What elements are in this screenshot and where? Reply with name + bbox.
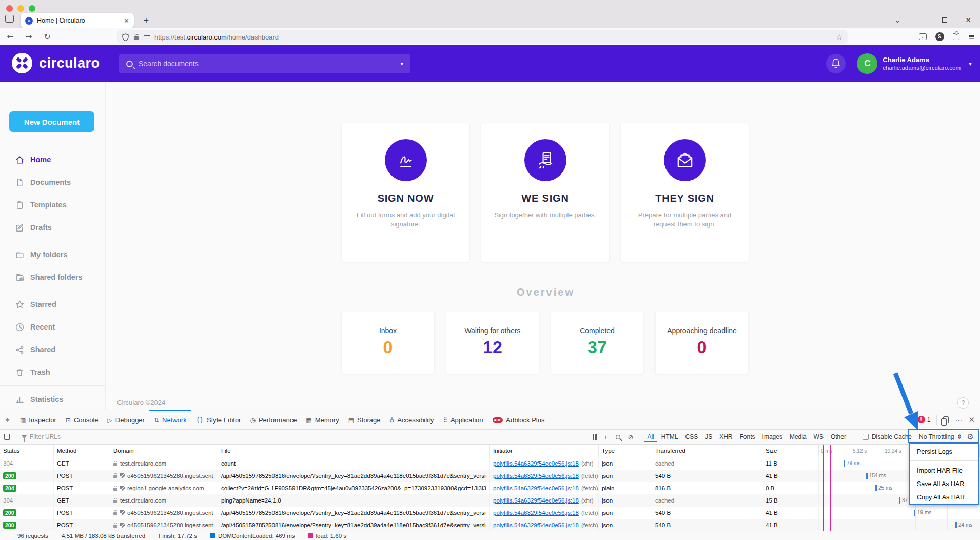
request-count[interactable]: 96 requests: [17, 533, 48, 539]
request-row[interactable]: 204POSTregion1.google-analytics.comcolle…: [0, 482, 980, 494]
initiator-link[interactable]: polyfills.54a6329f54ec0e56.js:18: [493, 457, 579, 470]
column-header-domain[interactable]: Domain: [110, 445, 218, 457]
close-window-icon[interactable]: ✕: [956, 16, 980, 24]
sidebar-item-recent[interactable]: Recent: [0, 316, 106, 338]
stat-card-inbox[interactable]: Inbox0: [342, 312, 434, 374]
extension-card-icon[interactable]: ⌄: [919, 33, 927, 40]
minimize-traffic-light[interactable]: [17, 5, 24, 12]
macos-window-controls[interactable]: [6, 5, 35, 12]
search-input[interactable]: [139, 60, 354, 68]
sidebar-item-documents[interactable]: Documents: [0, 171, 106, 194]
zoom-traffic-light[interactable]: [29, 5, 35, 12]
filter-pill-xhr[interactable]: XHR: [717, 432, 735, 442]
user-menu[interactable]: C Charlie Adams charlie.adams@circularo.…: [857, 53, 972, 74]
reload-icon[interactable]: ↻: [40, 28, 54, 45]
column-header-method[interactable]: Method: [54, 445, 110, 457]
restore-icon[interactable]: [933, 16, 956, 24]
clear-requests-icon[interactable]: [4, 434, 10, 440]
devtools-tab-adblock-plus[interactable]: ABPAdblock Plus: [488, 410, 550, 429]
sidebar-item-shared[interactable]: Shared: [0, 338, 106, 361]
new-tab-button[interactable]: +: [140, 14, 153, 27]
request-row[interactable]: 304GETtest.circularo.comcountpolyfills.5…: [0, 457, 980, 470]
request-row[interactable]: 200POSTo4505159621345280.ingest.sent…/ap…: [0, 519, 980, 531]
filter-pill-fonts[interactable]: Fonts: [737, 432, 758, 442]
help-button[interactable]: ?: [957, 397, 969, 409]
devtools-menu-icon[interactable]: ⋯: [955, 416, 962, 424]
filter-pill-all[interactable]: All: [644, 432, 656, 442]
stat-card-waiting-for-others[interactable]: Waiting for others12: [446, 312, 539, 374]
sidebar-item-statistics[interactable]: Statistics: [0, 388, 106, 410]
devtools-tab-accessibility[interactable]: ♁Accessibility: [385, 410, 439, 429]
search-requests-icon[interactable]: [616, 435, 620, 439]
stat-card-completed[interactable]: Completed37: [551, 312, 643, 374]
column-header-file[interactable]: File: [218, 445, 490, 457]
menu-item-import-har-file[interactable]: Import HAR File: [910, 464, 978, 477]
search-options-chevron-icon[interactable]: ▾: [394, 54, 403, 73]
add-request-icon[interactable]: +: [604, 433, 608, 441]
disable-cache-label[interactable]: Disable Cache: [872, 433, 912, 440]
browser-tab[interactable]: ✕ Home | Circularo ✕: [21, 13, 134, 28]
request-row[interactable]: 200POSTo4505159621345280.ingest.sent…/ap…: [0, 470, 980, 482]
network-settings-gear-icon[interactable]: ⚙: [967, 432, 974, 441]
sidebar-item-starred[interactable]: Starred: [0, 293, 106, 316]
filter-pill-html[interactable]: HTML: [659, 432, 681, 442]
filter-pill-js[interactable]: JS: [702, 432, 715, 442]
stat-card-approaching-deadline[interactable]: Approaching deadline0: [656, 312, 748, 374]
close-traffic-light[interactable]: [6, 5, 13, 12]
request-row[interactable]: 304GETtest.circularo.comping?appName=24.…: [0, 494, 980, 507]
filter-pill-images[interactable]: Images: [760, 432, 785, 442]
disable-cache-checkbox[interactable]: [863, 434, 869, 440]
filter-urls-input[interactable]: [30, 433, 122, 440]
filter-pill-ws[interactable]: WS: [811, 432, 826, 442]
column-header-transferred[interactable]: Transferred: [652, 445, 762, 457]
action-card-we-sign[interactable]: WE SIGNSign together with multiple parti…: [481, 123, 609, 262]
menu-hamburger-icon[interactable]: ≡: [968, 32, 975, 42]
block-requests-icon[interactable]: ⊘: [628, 433, 634, 441]
devtools-tab-performance[interactable]: ◷Performance: [245, 410, 301, 429]
devtools-tab-debugger[interactable]: ▷Debugger: [103, 410, 149, 429]
filter-pill-css[interactable]: CSS: [682, 432, 700, 442]
devtools-tab-console[interactable]: ⊡Console: [61, 410, 103, 429]
responsive-design-icon[interactable]: [943, 416, 949, 423]
initiator-link[interactable]: polyfills.54a6329f54ec0e56.js:18: [493, 494, 579, 507]
tab-manager-icon[interactable]: [5, 15, 14, 23]
extension-s-icon[interactable]: S: [935, 32, 944, 41]
forward-icon[interactable]: →: [22, 28, 36, 45]
initiator-link[interactable]: polyfills.54a6329f54ec0e56.js:18: [493, 507, 579, 519]
initiator-link[interactable]: polyfills.54a6329f54ec0e56.js:18: [493, 470, 579, 482]
bookmark-star-icon[interactable]: ☆: [836, 33, 842, 41]
column-header-status[interactable]: Status: [0, 445, 54, 457]
brand[interactable]: circularo: [11, 52, 100, 74]
column-header-initiator[interactable]: Initiator: [490, 445, 599, 457]
back-icon[interactable]: ←: [3, 28, 17, 45]
extensions-puzzle-icon[interactable]: [953, 33, 959, 40]
sidebar-item-trash[interactable]: Trash: [0, 361, 106, 383]
devtools-tab-storage[interactable]: ▤Storage: [344, 410, 385, 429]
search-bar[interactable]: ▾: [119, 54, 410, 73]
devtools-tab-style-editor[interactable]: {}Style Editor: [191, 410, 246, 429]
sidebar-item-home[interactable]: Home: [0, 148, 106, 171]
tracking-shield-icon[interactable]: [122, 33, 129, 41]
throttling-select[interactable]: No Throttling ⇕: [919, 433, 962, 440]
request-row[interactable]: 200POSTo4505159621345280.ingest.sent…/ap…: [0, 507, 980, 519]
column-header-size[interactable]: Size: [762, 445, 819, 457]
notifications-button[interactable]: [826, 54, 846, 73]
devtools-tab-application[interactable]: ⠿Application: [438, 410, 487, 429]
menu-item-persist-logs[interactable]: Persist Logs: [910, 444, 978, 459]
error-count-badge[interactable]: !1: [917, 416, 931, 423]
column-header-type[interactable]: Type: [599, 445, 652, 457]
sidebar-item-drafts[interactable]: Drafts: [0, 216, 106, 239]
filter-pill-media[interactable]: Media: [787, 432, 809, 442]
action-card-sign-now[interactable]: SIGN NOWFill out forms and add your digi…: [342, 123, 469, 262]
sidebar-item-my-folders[interactable]: My folders: [0, 243, 106, 266]
pick-element-icon[interactable]: ⌖: [0, 410, 15, 429]
new-document-button[interactable]: New Document: [9, 111, 94, 132]
tab-close-icon[interactable]: ✕: [124, 17, 129, 25]
list-tabs-icon[interactable]: ⌄: [886, 16, 909, 24]
filter-pill-other[interactable]: Other: [828, 432, 849, 442]
url-bar[interactable]: https://test.circularo.com/home/dashboar…: [117, 30, 848, 44]
devtools-tab-network[interactable]: ⇅Network: [149, 410, 191, 429]
minimize-icon[interactable]: –: [909, 16, 933, 24]
permissions-icon[interactable]: [144, 34, 150, 40]
menu-item-save-all-as-har[interactable]: Save All As HAR: [910, 477, 978, 491]
